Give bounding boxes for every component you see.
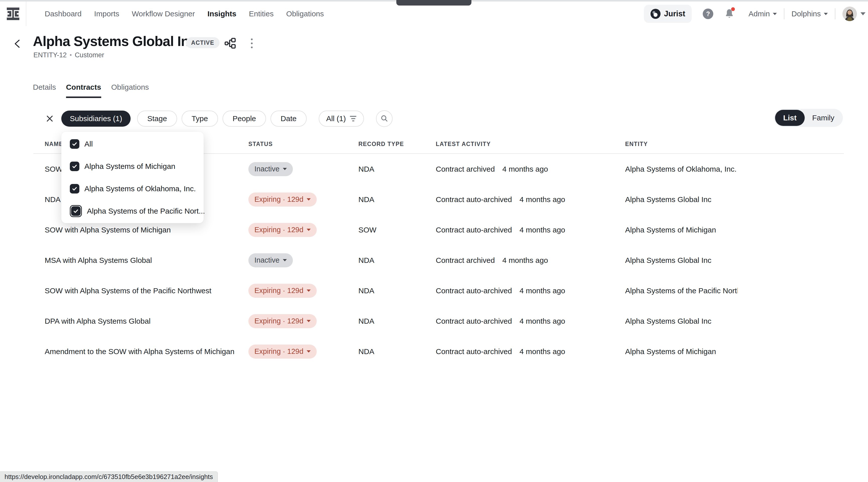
column-header-entity: ENTITY [625,141,648,148]
status-pill[interactable]: Expiring · 129d [248,284,317,298]
nav-item-entities[interactable]: Entities [249,9,274,18]
status-pill[interactable]: Expiring · 129d [248,314,317,328]
avatar-chevron-icon[interactable] [861,12,866,15]
dropdown-option-michigan[interactable]: Alpha Systems of Michigan [61,155,204,177]
view-toggle-list[interactable]: List [775,110,804,126]
nav-item-workflow-designer[interactable]: Workflow Designer [132,9,195,18]
page-title: Alpha Systems Global Inc [33,33,196,49]
entity-type: Customer [75,51,104,59]
activity-time: 4 months ago [502,256,548,265]
table-row[interactable]: Amendment to the SOW with Alpha Systems … [33,336,844,367]
dropdown-option-all[interactable]: All [61,133,204,155]
activity-time: 4 months ago [520,317,565,326]
nav-item-obligations[interactable]: Obligations [286,9,324,18]
activity-text: Contract auto-archived [436,287,512,295]
filter-icon [350,116,356,121]
contract-name[interactable]: DPA with Alpha Systems Global [45,306,241,336]
divider [835,8,835,19]
close-icon [46,115,54,123]
record-type: NDA [359,184,374,215]
jurist-label: Jurist [664,9,685,18]
checkbox-focus-ring [70,205,82,217]
view-toggle: List Family [774,109,843,127]
filter-stage[interactable]: Stage [137,111,177,127]
admin-menu[interactable]: Admin [748,9,777,18]
team-menu[interactable]: Dolphins [792,9,828,18]
filter-all[interactable]: All (1) [319,111,364,127]
dropdown-option-label: All [84,140,93,148]
nav-item-insights[interactable]: Insights [208,9,236,18]
help-button[interactable]: ? [703,8,713,19]
record-type: NDA [359,245,374,275]
entity-tabs: Details Contracts Obligations [33,83,149,98]
column-header-name: NAME [45,141,63,148]
activity-text: Contract auto-archived [436,317,512,326]
dropdown-option-label: Alpha Systems of the Pacific Nort... [87,207,205,215]
nav-item-dashboard[interactable]: Dashboard [45,9,82,18]
activity-time: 4 months ago [502,165,548,173]
avatar[interactable] [842,6,857,21]
status-pill[interactable]: Expiring · 129d [248,344,317,359]
contract-name[interactable]: MSA with Alpha Systems Global [45,245,241,275]
table-row[interactable]: DPA with Alpha Systems Global Expiring ·… [33,306,844,336]
filter-people[interactable]: People [222,111,266,127]
tab-details[interactable]: Details [33,83,56,98]
record-type: SOW [359,215,376,245]
ironclad-logo[interactable] [0,1,26,26]
divider [784,8,784,19]
activity-time: 4 months ago [520,287,565,295]
status-pill[interactable]: Inactive [248,253,293,267]
filter-date[interactable]: Date [271,111,306,127]
chevron-down-icon [307,350,311,353]
column-header-latest-activity: LATEST ACTIVITY [436,141,491,148]
entity-id: ENTITY-12 [33,51,67,59]
entity-name: Alpha Systems of Michigan [625,336,738,367]
status-pill[interactable]: Expiring · 129d [248,223,317,237]
search-icon [380,115,388,123]
contract-name[interactable]: SOW with Alpha Systems of the Pacific No… [45,275,241,306]
activity-time: 4 months ago [520,347,565,356]
chevron-left-icon [13,39,22,49]
filter-type[interactable]: Type [182,111,218,127]
entity-name: Alpha Systems Global Inc [625,245,738,275]
chevron-down-icon [283,259,287,261]
column-header-status: STATUS [248,141,273,148]
back-button[interactable] [12,38,22,49]
contract-name[interactable]: Amendment to the SOW with Alpha Systems … [45,336,241,367]
checkbox-checked-focused[interactable] [71,206,81,216]
column-header-record-type: RECORD TYPE [359,141,404,148]
dropdown-option-oklahoma[interactable]: Alpha Systems of Oklahoma, Inc. [61,177,204,200]
checkbox-checked[interactable] [70,184,80,193]
dropdown-option-label: Alpha Systems of Michigan [84,162,175,171]
filter-subsidiaries[interactable]: Subsidiaries (1) [61,111,131,127]
table-row[interactable]: MSA with Alpha Systems Global Inactive N… [33,245,844,275]
more-options-button[interactable] [247,37,256,50]
jurist-button[interactable]: Jurist [644,5,692,23]
checkbox-checked[interactable] [70,161,80,171]
hierarchy-button[interactable] [224,37,237,49]
entity-subtitle: ENTITY-12 • Customer [33,51,104,59]
dropdown-option-pacific-northwest[interactable]: Alpha Systems of the Pacific Nort... [61,200,204,222]
tab-contracts[interactable]: Contracts [66,83,101,98]
table-row[interactable]: SOW with Alpha Systems of the Pacific No… [33,275,844,306]
clear-filters-button[interactable] [45,114,55,124]
entity-name: Alpha Systems Global Inc [625,184,738,215]
checkbox-checked[interactable] [70,139,80,149]
chevron-down-icon [307,290,311,292]
nav-item-imports[interactable]: Imports [94,9,119,18]
chevron-down-icon [307,198,311,201]
entity-name: Alpha Systems of Oklahoma, Inc. [625,154,738,184]
activity-text: Contract archived [436,165,495,173]
avatar-image [842,6,857,21]
entity-name: Alpha Systems of the Pacific Northwest [625,275,738,306]
tab-obligations[interactable]: Obligations [111,83,149,98]
view-toggle-family[interactable]: Family [805,110,842,126]
status-pill[interactable]: Inactive [248,162,293,176]
org-chart-icon [224,38,236,49]
primary-nav: Dashboard Imports Workflow Designer Insi… [45,1,324,26]
status-pill[interactable]: Expiring · 129d [248,192,317,207]
search-button[interactable] [376,110,393,127]
subsidiaries-dropdown: All Alpha Systems of Michigan Alpha Syst… [61,132,204,223]
notifications-button[interactable] [724,8,734,19]
dot-separator: • [70,52,72,59]
